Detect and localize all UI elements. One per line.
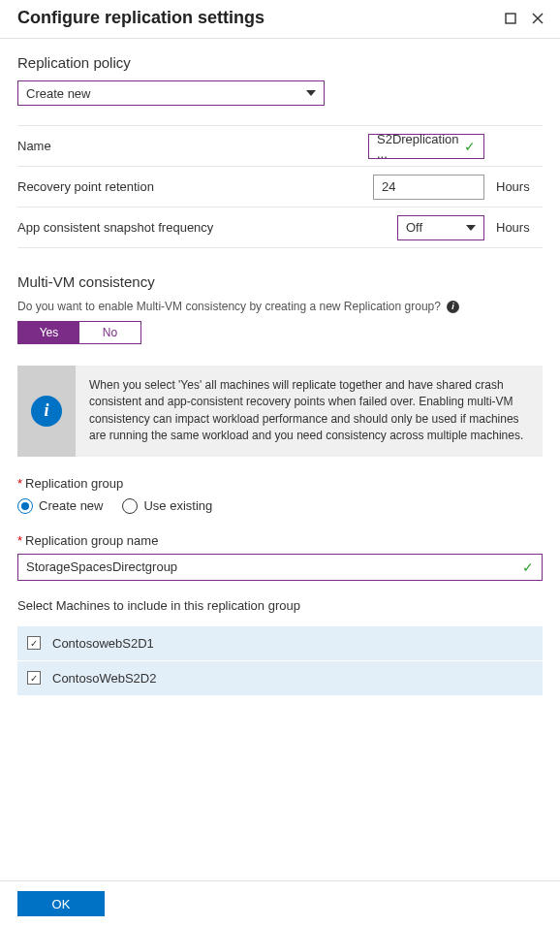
info-text: When you select 'Yes' all machines will …	[76, 366, 543, 457]
page-title: Configure replication settings	[17, 8, 492, 28]
select-machines-label: Select Machines to include in this repli…	[17, 598, 543, 613]
info-icon: i	[31, 396, 62, 427]
radio-create-new[interactable]: Create new	[17, 498, 103, 514]
repgroup-name-label: *Replication group name	[17, 533, 543, 548]
radio-existing-label: Use existing	[143, 498, 212, 513]
retention-label: Recovery point retention	[17, 179, 373, 194]
snapshot-select[interactable]: Off	[397, 215, 484, 240]
ok-button[interactable]: OK	[17, 891, 105, 916]
snapshot-label: App consistent snapshot frequency	[17, 220, 397, 235]
name-label: Name	[17, 139, 368, 153]
name-input[interactable]: S2Dreplication ... ✓	[368, 134, 484, 159]
radio-create-label: Create new	[39, 498, 103, 513]
policy-dropdown[interactable]: Create new	[17, 80, 325, 106]
mvc-question: Do you want to enable Multi-VM consisten…	[17, 300, 441, 313]
radio-use-existing[interactable]: Use existing	[122, 498, 212, 514]
restore-icon[interactable]	[502, 10, 519, 27]
retention-unit: Hours	[484, 179, 543, 194]
toggle-yes[interactable]: Yes	[18, 322, 79, 343]
radio-icon	[17, 498, 33, 514]
chevron-down-icon	[466, 225, 476, 231]
snapshot-value: Off	[406, 220, 422, 235]
checkbox-icon[interactable]: ✓	[27, 636, 41, 650]
chevron-down-icon	[306, 90, 316, 96]
radio-icon	[122, 498, 138, 514]
policy-dropdown-value: Create new	[26, 86, 90, 101]
repgroup-name-value: StorageSpacesDirectgroup	[26, 559, 177, 574]
list-item[interactable]: ✓ ContosoWebS2D2	[17, 661, 543, 696]
info-icon[interactable]: i	[447, 301, 459, 313]
mvc-toggle[interactable]: Yes No	[17, 321, 141, 344]
list-item[interactable]: ✓ ContosowebS2D1	[17, 626, 543, 661]
repgroup-label: *Replication group	[17, 476, 543, 491]
replication-policy-heading: Replication policy	[17, 54, 543, 71]
toggle-no[interactable]: No	[79, 322, 140, 343]
machine-name: ContosowebS2D1	[52, 636, 154, 651]
machine-name: ContosoWebS2D2	[52, 671, 156, 686]
close-icon[interactable]	[529, 10, 546, 27]
snapshot-unit: Hours	[484, 220, 543, 235]
repgroup-name-input[interactable]: StorageSpacesDirectgroup ✓	[17, 554, 543, 581]
check-icon: ✓	[522, 559, 534, 575]
retention-input[interactable]: 24	[373, 175, 484, 200]
mvc-heading: Multi-VM consistency	[17, 273, 543, 290]
checkbox-icon[interactable]: ✓	[27, 671, 41, 685]
check-icon: ✓	[464, 139, 476, 154]
retention-value: 24	[382, 179, 395, 194]
name-value: S2Dreplication ...	[377, 132, 464, 161]
svg-rect-0	[506, 14, 515, 23]
info-callout: i When you select 'Yes' all machines wil…	[17, 366, 543, 457]
